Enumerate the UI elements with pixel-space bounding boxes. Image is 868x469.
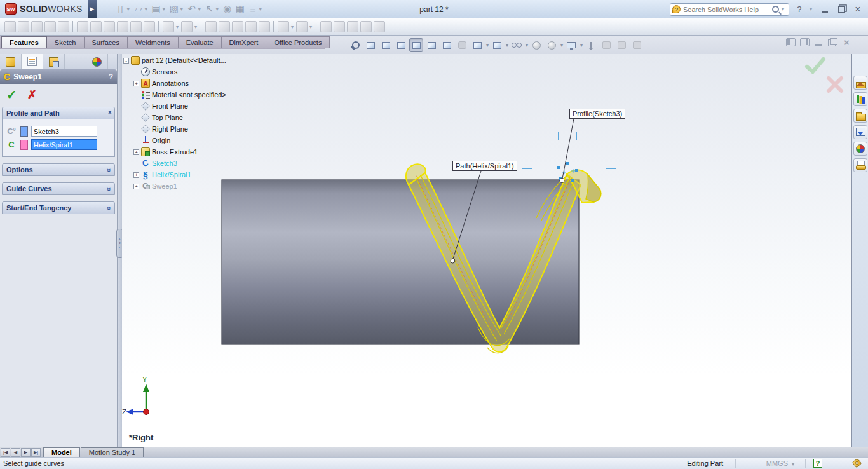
- tab-motion-study-1[interactable]: Motion Study 1: [81, 447, 144, 457]
- swept-boss-icon[interactable]: [31, 21, 43, 32]
- restore-button[interactable]: [835, 4, 848, 15]
- first-study-button[interactable]: |◀: [1, 448, 10, 457]
- last-study-button[interactable]: ▶|: [31, 448, 41, 457]
- tree-item-origin[interactable]: Origin: [123, 135, 314, 146]
- tab-office-products[interactable]: Office Products: [266, 36, 330, 48]
- dome-icon[interactable]: [259, 21, 270, 32]
- collapse-featuremanager-icon[interactable]: [786, 38, 796, 46]
- path-callout[interactable]: Path(Helix/Spiral1): [452, 161, 517, 171]
- tree-item-top-plane[interactable]: Top Plane: [123, 112, 314, 123]
- search-box[interactable]: ? ▾: [670, 3, 789, 16]
- file-properties-icon[interactable]: ▦: [234, 3, 247, 15]
- curves-icon[interactable]: [296, 21, 308, 32]
- hide-show-glasses-icon[interactable]: [510, 38, 524, 52]
- options-header[interactable]: Options »: [2, 163, 115, 176]
- dimxpertmanager-tab[interactable]: [65, 54, 86, 69]
- start-end-tangency-header[interactable]: Start/End Tangency »: [2, 201, 115, 214]
- lofted-boss-icon[interactable]: [44, 21, 56, 32]
- view-orientation-icon[interactable]: [409, 38, 423, 52]
- design-study-icon[interactable]: [360, 21, 372, 32]
- extruded-boss-icon[interactable]: [4, 21, 16, 32]
- featuremanager-tab[interactable]: [0, 54, 22, 69]
- view-settings-monitor-dropdown-icon[interactable]: ▾: [580, 43, 583, 48]
- expand-chevron-icon[interactable]: »: [105, 187, 113, 190]
- options-icon[interactable]: ≡: [247, 3, 259, 15]
- search-dropdown-icon[interactable]: ▾: [782, 6, 784, 12]
- apply-scene-icon[interactable]: [470, 38, 484, 52]
- hole-wizard-icon[interactable]: [90, 21, 102, 32]
- revolved-cut-icon[interactable]: [104, 21, 115, 32]
- tab-surfaces[interactable]: Surfaces: [84, 36, 128, 48]
- ok-button[interactable]: ✓: [6, 87, 17, 102]
- tags-icon[interactable]: [852, 458, 862, 468]
- next-study-button[interactable]: ▶: [21, 448, 31, 457]
- apply-scene-dropdown-icon[interactable]: ▾: [486, 43, 489, 48]
- collapse-chevron-icon[interactable]: »: [105, 112, 113, 114]
- expand-icon[interactable]: +: [133, 172, 139, 178]
- tab-model[interactable]: Model: [43, 447, 80, 457]
- expand-icon[interactable]: +: [133, 149, 139, 155]
- appearances-scenes-button[interactable]: [853, 142, 867, 156]
- expand-icon[interactable]: +: [133, 184, 139, 189]
- select-dropdown-icon[interactable]: ▾: [216, 6, 219, 12]
- reference-geometry-icon[interactable]: [278, 21, 289, 32]
- document-restore-icon[interactable]: [828, 38, 837, 46]
- document-close-icon[interactable]: ×: [842, 38, 851, 46]
- shadows-in-shaded-mode-icon[interactable]: [455, 38, 469, 52]
- print-dropdown-icon[interactable]: ▾: [180, 6, 183, 12]
- instant3d-icon[interactable]: [334, 21, 345, 32]
- propertymanager-tab[interactable]: [22, 54, 43, 69]
- expand-icon[interactable]: +: [133, 81, 139, 86]
- new-dropdown-icon[interactable]: ▾: [127, 6, 130, 12]
- search-input[interactable]: [683, 6, 770, 13]
- extruded-cut-icon[interactable]: [77, 21, 88, 32]
- sketch-picture-icon[interactable]: [347, 21, 358, 32]
- swept-cut-icon[interactable]: [117, 21, 128, 32]
- zoom-modifier-icon[interactable]: [630, 38, 644, 52]
- tree-item-part-12-default-default-[interactable]: -part 12 (Default<<Default...: [123, 55, 314, 66]
- design-library-button[interactable]: [853, 92, 867, 106]
- guide-curves-header[interactable]: Guide Curves »: [2, 182, 115, 195]
- profile-callout[interactable]: Profile(Sketch3): [569, 109, 625, 119]
- path-selection-field[interactable]: [31, 139, 97, 150]
- tab-features[interactable]: Features: [1, 36, 47, 48]
- select-icon[interactable]: ↖: [203, 3, 216, 15]
- minimize-button[interactable]: [818, 4, 831, 15]
- zoom-to-area-icon[interactable]: [363, 38, 377, 52]
- undo-dropdown-icon[interactable]: ▾: [198, 6, 201, 12]
- boundary-cut-icon[interactable]: [144, 21, 155, 32]
- quick-tips-icon[interactable]: ?: [813, 459, 822, 468]
- configurationmanager-tab[interactable]: [43, 54, 65, 69]
- edit-appearance-icon[interactable]: [529, 38, 543, 52]
- file-explorer-button[interactable]: [853, 109, 867, 123]
- fillet-icon[interactable]: [163, 21, 174, 32]
- open-icon[interactable]: ▱: [132, 3, 145, 15]
- cancel-button[interactable]: ✗: [27, 88, 37, 102]
- custom-properties-button[interactable]: [853, 158, 867, 172]
- hide-show-items-icon[interactable]: [440, 38, 454, 52]
- view-palette-button[interactable]: [853, 125, 867, 139]
- previous-study-button[interactable]: ◀: [11, 448, 20, 457]
- units-dropdown-icon[interactable]: ▾: [792, 461, 794, 467]
- revolved-boss-icon[interactable]: [18, 21, 29, 32]
- units-selector[interactable]: MMGS▾: [766, 459, 794, 467]
- help-button[interactable]: ?: [793, 4, 806, 15]
- tree-item-annotations[interactable]: +Annotations: [123, 78, 314, 89]
- options-dropdown-icon[interactable]: ▾: [259, 6, 262, 12]
- close-button[interactable]: ×: [851, 4, 864, 15]
- fillet-dropdown-icon[interactable]: ▾: [176, 24, 179, 30]
- collapse-icon[interactable]: -: [123, 58, 129, 64]
- help-dropdown-icon[interactable]: ▾: [810, 6, 812, 12]
- view-display-style-icon[interactable]: [490, 38, 504, 52]
- linear-pattern-dropdown-icon[interactable]: ▾: [194, 24, 197, 30]
- wrap-icon[interactable]: [245, 21, 257, 32]
- solidworks-resources-button[interactable]: [853, 76, 867, 90]
- tree-item-helix-spiral1[interactable]: +Helix/Spiral1: [123, 169, 314, 180]
- menu-flyout-arrow-icon[interactable]: ▶: [88, 0, 97, 18]
- curves-dropdown-icon[interactable]: ▾: [309, 24, 312, 30]
- tree-item-sensors[interactable]: Sensors: [123, 66, 314, 78]
- print-icon[interactable]: ▧: [168, 3, 180, 15]
- boundary-boss-icon[interactable]: [58, 21, 69, 32]
- scene-ball-dropdown-icon[interactable]: ▾: [560, 43, 563, 48]
- open-dropdown-icon[interactable]: ▾: [145, 6, 147, 12]
